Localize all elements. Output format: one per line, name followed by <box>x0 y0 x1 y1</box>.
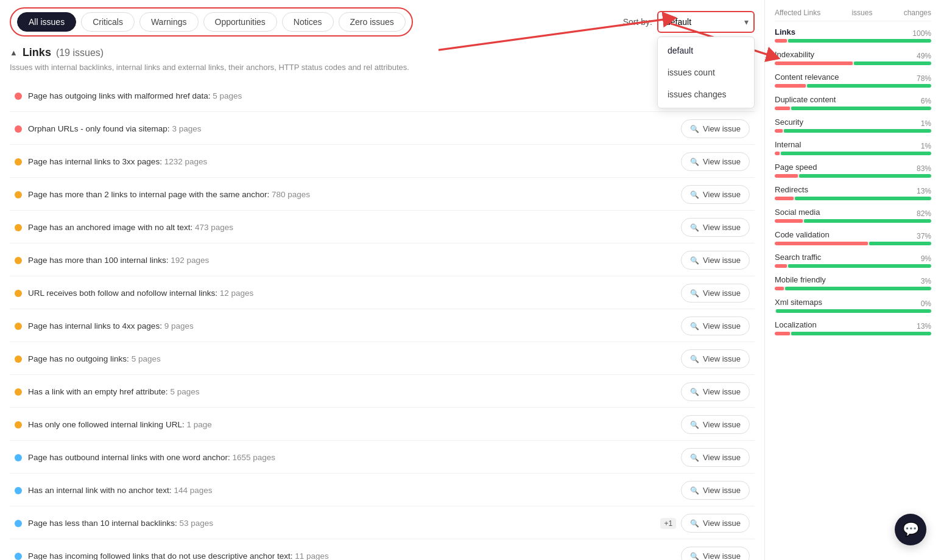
issue-left: Page has internal links to 4xx pages: 9 … <box>15 321 681 331</box>
category-name: Content relevance <box>775 72 839 82</box>
category-pct: 9% <box>921 254 931 263</box>
category-row[interactable]: Security 1% <box>775 117 931 133</box>
issue-count: 144 pages <box>174 486 212 495</box>
filter-tab-zero[interactable]: Zero issues <box>339 12 406 32</box>
category-row[interactable]: Mobile friendly 3% <box>775 275 931 290</box>
category-row[interactable]: Social media 82% <box>775 208 931 223</box>
view-issue-label: View issue <box>703 190 741 199</box>
issue-count: 5 pages <box>170 387 199 396</box>
view-issue-button[interactable]: 🔍 View issue <box>681 415 750 434</box>
category-pct: 13% <box>917 322 931 331</box>
view-issue-button[interactable]: 🔍 View issue <box>681 547 750 560</box>
issue-right: 🔍 View issue <box>681 185 750 204</box>
section-title: Links <box>23 46 51 59</box>
category-name: Redirects <box>775 185 808 194</box>
section-header: ▲ Links (19 issues) <box>10 46 755 59</box>
progress-bar <box>775 61 931 65</box>
issue-left: Page has less than 10 internal backlinks… <box>15 519 660 528</box>
issue-row: URL receives both follow and nofollow in… <box>10 278 755 309</box>
sort-select-wrapper: defaultissues countissues changes ▾ defa… <box>657 11 755 33</box>
issue-right: 🔍 View issue <box>681 481 750 500</box>
category-row[interactable]: Internal 1% <box>775 140 931 155</box>
view-issue-button[interactable]: 🔍 View issue <box>681 382 750 401</box>
issue-row: Page has outgoing links with malformed h… <box>10 80 755 112</box>
issue-count: 5 pages <box>132 354 161 363</box>
category-row[interactable]: Indexability 49% <box>775 50 931 65</box>
category-name: Duplicate content <box>775 95 836 104</box>
view-issue-button[interactable]: 🔍 View issue <box>681 152 750 171</box>
view-issue-button[interactable]: 🔍 View issue <box>681 448 750 467</box>
category-name: Xml sitemaps <box>775 298 822 307</box>
issue-row: Page has incoming followed links that do… <box>10 541 755 560</box>
issue-left: Page has no outgoing links: 5 pages <box>15 354 681 363</box>
category-name: Mobile friendly <box>775 275 826 284</box>
dropdown-item-default[interactable]: default <box>658 40 754 61</box>
section-toggle[interactable]: ▲ <box>10 48 18 57</box>
view-issue-button[interactable]: 🔍 View issue <box>681 514 750 533</box>
main-content: All issuesCriticalsWarningsOpportunities… <box>0 0 764 560</box>
view-issue-button[interactable]: 🔍 View issue <box>681 185 750 204</box>
progress-bar <box>775 197 931 200</box>
view-issue-button[interactable]: 🔍 View issue <box>681 349 750 368</box>
view-issue-button[interactable]: 🔍 View issue <box>681 218 750 237</box>
bar-red-segment <box>775 242 868 245</box>
view-issue-button[interactable]: 🔍 View issue <box>681 119 750 138</box>
bar-green-segment <box>804 219 931 223</box>
sort-select[interactable]: defaultissues countissues changes <box>657 11 755 33</box>
bar-red-segment <box>775 107 790 110</box>
issue-left: Page has outgoing links with malformed h… <box>15 91 681 100</box>
filter-tab-all[interactable]: All issues <box>17 12 76 32</box>
issue-count: 12 pages <box>220 289 254 298</box>
category-row[interactable]: Links 100% <box>775 27 931 43</box>
category-pct: 83% <box>917 164 931 173</box>
issue-left: Has only one followed internal linking U… <box>15 420 681 429</box>
issue-label: Has a link with an empty href attribute: <box>28 387 168 396</box>
double-bar <box>775 309 931 313</box>
category-row[interactable]: Code validation 37% <box>775 230 931 245</box>
category-row[interactable]: Duplicate content 6% <box>775 95 931 110</box>
view-issue-button[interactable]: 🔍 View issue <box>681 481 750 500</box>
chat-button[interactable]: 💬 <box>895 514 926 545</box>
issue-count: 5 pages <box>213 91 242 100</box>
view-issue-button[interactable]: 🔍 View issue <box>681 251 750 270</box>
sidebar-col-headers: Affected Links issues changes <box>775 9 931 21</box>
issue-label: Has an internal link with no anchor text… <box>28 486 172 495</box>
filter-tab-opportunities[interactable]: Opportunities <box>203 12 277 32</box>
category-row[interactable]: Search traffic 9% <box>775 253 931 268</box>
category-row[interactable]: Page speed 83% <box>775 163 931 178</box>
bar-red-segment <box>775 332 790 335</box>
issue-right: 🔍 View issue <box>681 547 750 560</box>
bar-red-segment <box>775 61 853 65</box>
category-name: Localization <box>775 320 817 329</box>
issue-left: Page has outbound internal links with on… <box>15 453 681 462</box>
categories-container: Links 100% Indexability 49% Content rele… <box>775 27 931 335</box>
progress-bar <box>775 287 931 290</box>
issue-label: Page has internal links to 3xx pages: <box>28 157 162 166</box>
progress-bar <box>775 174 931 178</box>
category-row[interactable]: Content relevance 78% <box>775 72 931 88</box>
badge-plus: +1 <box>660 518 676 529</box>
dropdown-item-issues-count[interactable]: issues count <box>658 61 754 83</box>
category-pct: 49% <box>917 52 931 60</box>
bar-green-segment <box>807 84 931 88</box>
issue-label: Page has no outgoing links: <box>28 354 129 363</box>
issue-text: Page has more than 2 links to internal p… <box>28 190 310 199</box>
filter-tab-warnings[interactable]: Warnings <box>139 12 199 32</box>
view-issue-button[interactable]: 🔍 View issue <box>681 284 750 303</box>
dropdown-item-issues-changes[interactable]: issues changes <box>658 83 754 105</box>
col-header-affected: Affected Links <box>775 9 820 17</box>
category-row[interactable]: Redirects 13% <box>775 185 931 200</box>
issue-count: 1655 pages <box>232 453 275 462</box>
issue-text: URL receives both follow and nofollow in… <box>28 289 253 298</box>
issue-right: 🔍 View issue <box>681 448 750 467</box>
issue-text: Page has an anchored image with no alt t… <box>28 223 233 232</box>
issue-severity-dot <box>15 355 22 363</box>
filter-tab-notices[interactable]: Notices <box>282 12 334 32</box>
issue-severity-dot <box>15 93 22 100</box>
view-issue-button[interactable]: 🔍 View issue <box>681 317 750 335</box>
category-row[interactable]: Localization 13% <box>775 320 931 335</box>
category-row[interactable]: Xml sitemaps 0% <box>775 298 931 313</box>
filter-tab-criticals[interactable]: Criticals <box>81 12 135 32</box>
bar-green-segment <box>854 61 932 65</box>
issue-right: 🔍 View issue <box>681 152 750 171</box>
